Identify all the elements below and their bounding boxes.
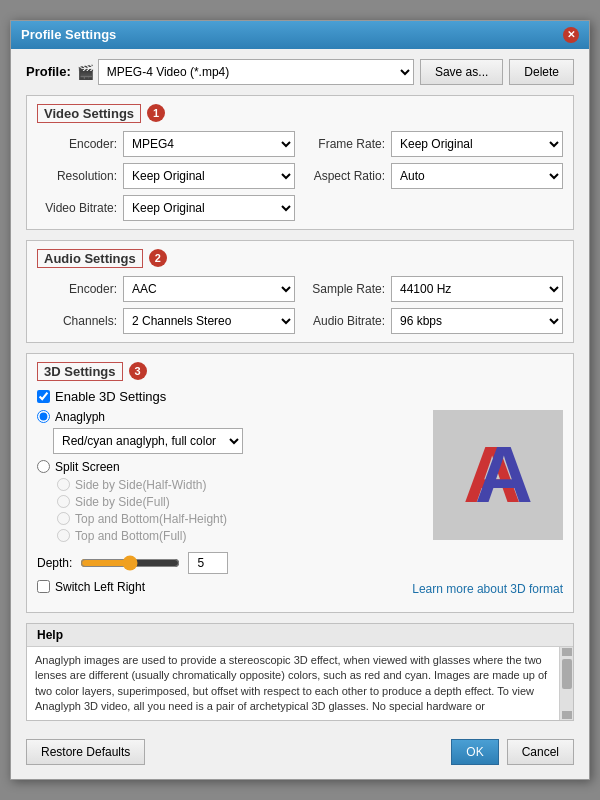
video-bitrate-row: Video Bitrate: Keep Original [37, 195, 295, 221]
bottom-3d-row: Switch Left Right Learn more about 3D fo… [37, 580, 563, 598]
dialog-title: Profile Settings [21, 27, 116, 42]
depth-number-input[interactable]: 5 [188, 552, 228, 574]
audio-encoder-row: Encoder: AAC [37, 276, 295, 302]
anaglyph-type-select[interactable]: Red/cyan anaglyph, full color [53, 428, 243, 454]
title-bar: Profile Settings ✕ [11, 21, 589, 49]
depth-label: Depth: [37, 556, 72, 570]
video-settings-title: Video Settings [37, 104, 141, 123]
footer-right-buttons: OK Cancel [451, 739, 574, 765]
profile-label: Profile: [26, 64, 71, 79]
sample-rate-row: Sample Rate: 44100 Hz [305, 276, 563, 302]
encoder-label: Encoder: [37, 137, 117, 151]
side-by-side-full-radio[interactable] [57, 495, 70, 508]
video-settings-grid: Encoder: MPEG4 Frame Rate: Keep Original… [37, 131, 563, 221]
save-as-button[interactable]: Save as... [420, 59, 503, 85]
audio-encoder-label: Encoder: [37, 282, 117, 296]
anaglyph-label: Anaglyph [55, 410, 105, 424]
audio-bitrate-select[interactable]: 96 kbps [391, 308, 563, 334]
learn-more-link[interactable]: Learn more about 3D format [412, 582, 563, 596]
audio-bitrate-label: Audio Bitrate: [305, 314, 385, 328]
3d-inner: Anaglyph Red/cyan anaglyph, full color S… [37, 410, 563, 546]
aspect-ratio-label: Aspect Ratio: [305, 169, 385, 183]
footer: Restore Defaults OK Cancel [26, 731, 574, 769]
dialog-body: Profile: 🎬 MPEG-4 Video (*.mp4) Save as.… [11, 49, 589, 780]
channels-select[interactable]: 2 Channels Stereo [123, 308, 295, 334]
top-bottom-full-radio[interactable] [57, 529, 70, 542]
encoder-select[interactable]: MPEG4 [123, 131, 295, 157]
frame-rate-row: Frame Rate: Keep Original [305, 131, 563, 157]
restore-defaults-button[interactable]: Restore Defaults [26, 739, 145, 765]
top-bottom-half-radio[interactable] [57, 512, 70, 525]
anaglyph-preview: A A [433, 410, 563, 540]
sample-rate-select[interactable]: 44100 Hz [391, 276, 563, 302]
delete-button[interactable]: Delete [509, 59, 574, 85]
split-screen-label: Split Screen [55, 460, 120, 474]
top-bottom-half-row: Top and Bottom(Half-Height) [37, 512, 423, 526]
top-bottom-full-label: Top and Bottom(Full) [75, 529, 186, 543]
depth-slider[interactable] [80, 555, 180, 571]
profile-select[interactable]: MPEG-4 Video (*.mp4) [98, 59, 414, 85]
side-by-side-half-label: Side by Side(Half-Width) [75, 478, 206, 492]
help-section: Help Anaglyph images are used to provide… [26, 623, 574, 722]
audio-settings-header: Audio Settings 2 [37, 249, 563, 268]
depth-row: Depth: 5 [37, 552, 563, 574]
top-bottom-full-row: Top and Bottom(Full) [37, 529, 423, 543]
close-button[interactable]: ✕ [563, 27, 579, 43]
frame-rate-label: Frame Rate: [305, 137, 385, 151]
scrollbar-thumb[interactable] [562, 659, 572, 689]
encoder-row: Encoder: MPEG4 [37, 131, 295, 157]
anaglyph-radio[interactable] [37, 410, 50, 423]
resolution-select[interactable]: Keep Original [123, 163, 295, 189]
3d-settings-title: 3D Settings [37, 362, 123, 381]
side-by-side-full-label: Side by Side(Full) [75, 495, 170, 509]
resolution-row: Resolution: Keep Original [37, 163, 295, 189]
video-bitrate-label: Video Bitrate: [37, 201, 117, 215]
switch-left-right-label: Switch Left Right [55, 580, 145, 594]
aspect-ratio-select[interactable]: Auto [391, 163, 563, 189]
enable-3d-row: Enable 3D Settings [37, 389, 563, 404]
audio-settings-section: Audio Settings 2 Encoder: AAC Sample Rat… [26, 240, 574, 343]
profile-select-wrapper: 🎬 MPEG-4 Video (*.mp4) [77, 59, 414, 85]
side-by-side-half-row: Side by Side(Half-Width) [37, 478, 423, 492]
video-bitrate-select[interactable]: Keep Original [123, 195, 295, 221]
video-settings-header: Video Settings 1 [37, 104, 563, 123]
cancel-button[interactable]: Cancel [507, 739, 574, 765]
aspect-ratio-row: Aspect Ratio: Auto [305, 163, 563, 189]
channels-row: Channels: 2 Channels Stereo [37, 308, 295, 334]
anaglyph-letter-blue: A [475, 429, 533, 521]
help-title: Help [27, 624, 573, 647]
profile-settings-dialog: Profile Settings ✕ Profile: 🎬 MPEG-4 Vid… [10, 20, 590, 781]
frame-rate-select[interactable]: Keep Original [391, 131, 563, 157]
audio-settings-grid: Encoder: AAC Sample Rate: 44100 Hz Chann… [37, 276, 563, 334]
enable-3d-label: Enable 3D Settings [55, 389, 166, 404]
video-settings-section: Video Settings 1 Encoder: MPEG4 Frame Ra… [26, 95, 574, 230]
ok-button[interactable]: OK [451, 739, 498, 765]
audio-bitrate-row: Audio Bitrate: 96 kbps [305, 308, 563, 334]
top-bottom-half-label: Top and Bottom(Half-Height) [75, 512, 227, 526]
split-screen-radio[interactable] [37, 460, 50, 473]
audio-settings-title: Audio Settings [37, 249, 143, 268]
audio-settings-badge: 2 [149, 249, 167, 267]
side-by-side-half-radio[interactable] [57, 478, 70, 491]
enable-3d-checkbox[interactable] [37, 390, 50, 403]
3d-settings-header: 3D Settings 3 [37, 362, 563, 381]
split-screen-radio-row: Split Screen [37, 460, 423, 474]
help-content-wrapper: Anaglyph images are used to provide a st… [27, 647, 573, 721]
3d-settings-section: 3D Settings 3 Enable 3D Settings Anaglyp… [26, 353, 574, 613]
side-by-side-full-row: Side by Side(Full) [37, 495, 423, 509]
video-settings-badge: 1 [147, 104, 165, 122]
switch-left-right-checkbox[interactable] [37, 580, 50, 593]
switch-left-right-row: Switch Left Right [37, 580, 145, 594]
resolution-label: Resolution: [37, 169, 117, 183]
anaglyph-select-row: Red/cyan anaglyph, full color [37, 428, 423, 454]
channels-label: Channels: [37, 314, 117, 328]
profile-row: Profile: 🎬 MPEG-4 Video (*.mp4) Save as.… [26, 59, 574, 85]
scrollbar[interactable] [559, 647, 573, 721]
sample-rate-label: Sample Rate: [305, 282, 385, 296]
audio-encoder-select[interactable]: AAC [123, 276, 295, 302]
3d-settings-badge: 3 [129, 362, 147, 380]
3d-left: Anaglyph Red/cyan anaglyph, full color S… [37, 410, 423, 546]
help-text: Anaglyph images are used to provide a st… [27, 647, 559, 721]
profile-icon: 🎬 [77, 64, 94, 80]
anaglyph-radio-row: Anaglyph [37, 410, 423, 424]
